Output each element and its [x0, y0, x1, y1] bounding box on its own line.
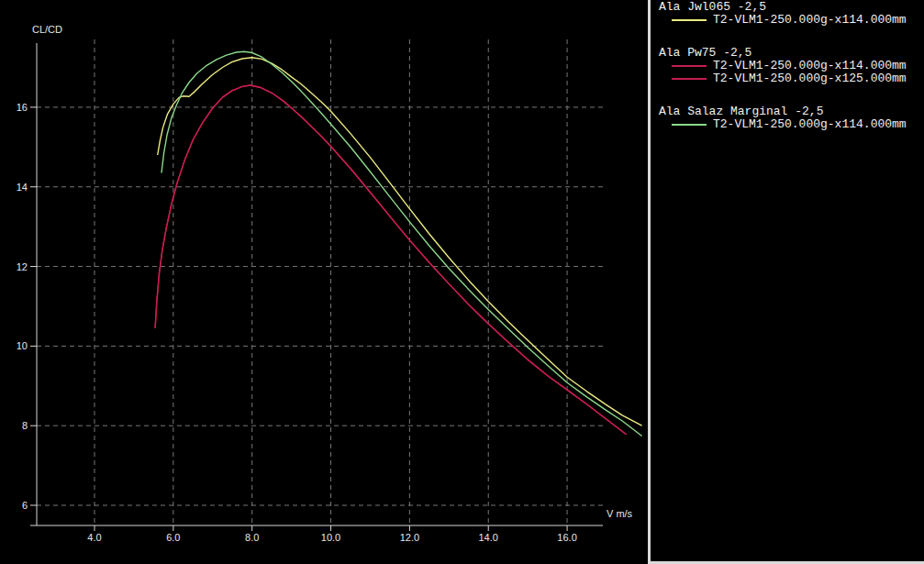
y-tick-label: 14	[0, 181, 28, 194]
x-axis-title: V m/s	[607, 508, 632, 519]
legend-entry: Ala Jwl065 -2,5T2-VLM1-250.000g-x114.000…	[651, 1, 924, 27]
curve-color-swatch	[672, 65, 707, 67]
legend-entry: Ala Salaz Marginal -2,5T2-VLM1-250.000g-…	[651, 105, 924, 131]
legend-curve-label: T2-VLM1-250.000g-x125.000mm	[713, 72, 907, 85]
y-tick-label: 12	[0, 260, 28, 273]
x-tick-label: 4.0	[76, 531, 113, 544]
y-tick-label: 6	[0, 499, 28, 512]
x-tick-label: 10.0	[313, 531, 350, 544]
x-tick-label: 14.0	[470, 531, 507, 544]
curve-color-swatch	[672, 19, 707, 21]
legend-entry: Ala Pw75 -2,5T2-VLM1-250.000g-x114.000mm…	[651, 47, 924, 85]
legend-curve-row: T2-VLM1-250.000g-x114.000mm	[651, 14, 924, 27]
curve-jwl065-x114[interactable]	[158, 58, 642, 426]
legend-entry-title: Ala Pw75 -2,5	[651, 47, 924, 60]
plot-canvas[interactable]	[0, 0, 650, 564]
y-tick-label: 8	[0, 419, 28, 432]
curve-color-swatch	[672, 78, 707, 80]
legend-panel: Ala Jwl065 -2,5T2-VLM1-250.000g-x114.000…	[651, 0, 924, 561]
legend-curve-label: T2-VLM1-250.000g-x114.000mm	[713, 60, 907, 72]
legend-curve-label: T2-VLM1-250.000g-x114.000mm	[713, 118, 907, 131]
curve-color-swatch	[672, 124, 707, 126]
x-tick-label: 12.0	[391, 531, 428, 544]
chart-area[interactable]: CL/CD V m/s 4.06.08.010.012.014.016.0681…	[0, 0, 650, 564]
x-tick-label: 16.0	[549, 531, 585, 544]
x-tick-label: 6.0	[155, 531, 192, 544]
legend-curve-row: T2-VLM1-250.000g-x114.000mm	[651, 118, 924, 131]
y-axis-title: CL/CD	[32, 24, 62, 35]
curve-pw75-x125[interactable]	[155, 85, 626, 435]
polar-analysis-view: CL/CD V m/s 4.06.08.010.012.014.016.0681…	[0, 0, 924, 564]
legend-curve-row: T2-VLM1-250.000g-x114.000mm	[651, 60, 924, 72]
y-tick-label: 10	[0, 339, 28, 352]
legend-curve-row: T2-VLM1-250.000g-x125.000mm	[651, 72, 924, 85]
curves	[155, 51, 642, 436]
y-tick-label: 16	[0, 101, 28, 114]
x-tick-label: 8.0	[234, 531, 271, 544]
panel-divider	[648, 0, 651, 564]
legend-entry-title: Ala Jwl065 -2,5	[651, 1, 924, 14]
legend-curve-label: T2-VLM1-250.000g-x114.000mm	[713, 14, 907, 27]
axes	[30, 43, 603, 531]
legend-entry-title: Ala Salaz Marginal -2,5	[651, 105, 924, 118]
